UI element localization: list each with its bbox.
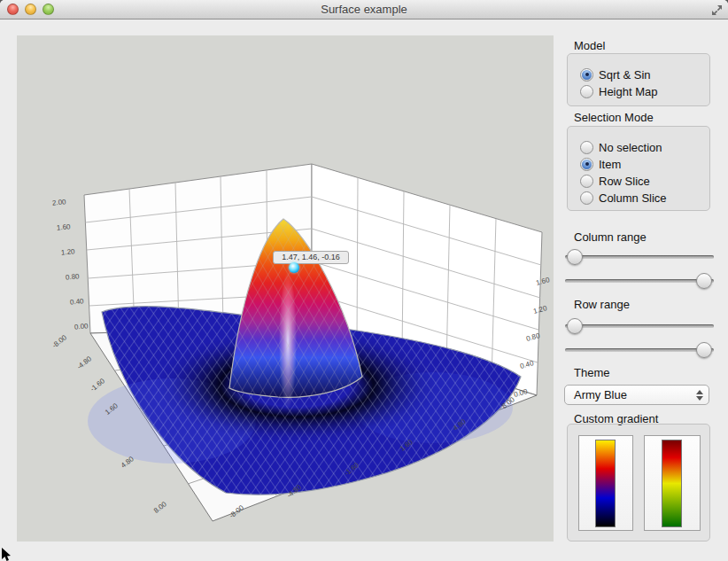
slider-track[interactable]	[565, 255, 714, 259]
column-range-max-slider[interactable]	[565, 272, 714, 290]
mouse-cursor	[0, 547, 14, 561]
radio-no-selection[interactable]: No selection	[580, 139, 662, 155]
surface-3d-scene	[17, 35, 554, 542]
radio-height-map[interactable]: Height Map	[580, 83, 657, 99]
gradient-green-to-red-button[interactable]	[644, 435, 701, 531]
radio-sqrt-sin[interactable]: Sqrt & Sin	[580, 66, 651, 82]
radio-label: Row Slice	[599, 175, 650, 188]
column-range-label: Column range	[574, 230, 647, 244]
radio-icon	[580, 141, 593, 154]
model-groupbox: Sqrt & Sin Height Map	[567, 53, 710, 106]
radio-icon	[580, 85, 593, 98]
radio-row-slice[interactable]: Row Slice	[580, 173, 650, 189]
slider-handle[interactable]	[696, 273, 712, 289]
y-axis-tick: 0.00	[74, 322, 89, 331]
gradient-black-to-yellow-swatch	[595, 440, 616, 527]
radio-label: No selection	[599, 141, 662, 154]
slider-track[interactable]	[565, 279, 714, 283]
gradient-black-to-yellow-button[interactable]	[578, 435, 633, 531]
y-axis-tick: 1.20	[61, 247, 75, 257]
radio-label: Item	[599, 158, 621, 171]
custom-gradient-groupbox	[567, 424, 710, 542]
slider-handle[interactable]	[567, 249, 583, 265]
combo-arrows-icon	[694, 388, 704, 402]
selection-mode-label: Selection Mode	[574, 111, 654, 124]
y-axis-tick: 0.40	[70, 297, 84, 307]
y-axis-tick: 2.00	[52, 198, 66, 207]
selection-mode-groupbox: No selection Item Row Slice Column Slice	[567, 126, 710, 211]
radio-column-slice[interactable]: Column Slice	[580, 190, 667, 206]
radio-item[interactable]: Item	[580, 156, 621, 172]
selection-label: 1.47, 1.46, -0.16	[273, 251, 349, 264]
gradient-green-to-red-swatch	[662, 440, 682, 527]
row-range-max-slider[interactable]	[565, 341, 714, 359]
slider-track[interactable]	[565, 348, 714, 352]
slider-handle[interactable]	[567, 318, 583, 334]
y-axis-tick: 0.80	[66, 272, 80, 282]
row-range-label: Row range	[574, 298, 630, 311]
radio-icon	[580, 158, 593, 171]
model-label: Model	[574, 39, 605, 52]
control-panel: Model Sqrt & Sin Height Map Selection Mo…	[563, 35, 716, 549]
titlebar[interactable]: Surface example	[0, 0, 728, 19]
fullscreen-icon[interactable]	[710, 4, 723, 16]
theme-selected-value: Army Blue	[574, 388, 627, 401]
surface-graph[interactable]: 2.00 1.60 1.20 0.80 0.40 0.00 1.60 1.20 …	[17, 35, 554, 542]
slider-track[interactable]	[565, 324, 714, 328]
radio-icon	[580, 68, 593, 82]
y-axis-tick: 1.60	[57, 222, 71, 232]
app-window: Surface example	[0, 0, 728, 561]
theme-label: Theme	[574, 366, 609, 379]
selected-point-marker[interactable]	[289, 262, 299, 273]
radio-label: Sqrt & Sin	[599, 68, 651, 82]
theme-combobox[interactable]: Army Blue	[564, 385, 709, 405]
slider-handle[interactable]	[696, 342, 712, 358]
radio-label: Column Slice	[599, 191, 667, 205]
radio-icon	[580, 191, 593, 205]
row-range-min-slider[interactable]	[565, 317, 714, 335]
radio-label: Height Map	[599, 85, 657, 98]
column-range-min-slider[interactable]	[565, 248, 714, 266]
radio-icon	[580, 175, 593, 188]
window-title: Surface example	[0, 0, 728, 19]
